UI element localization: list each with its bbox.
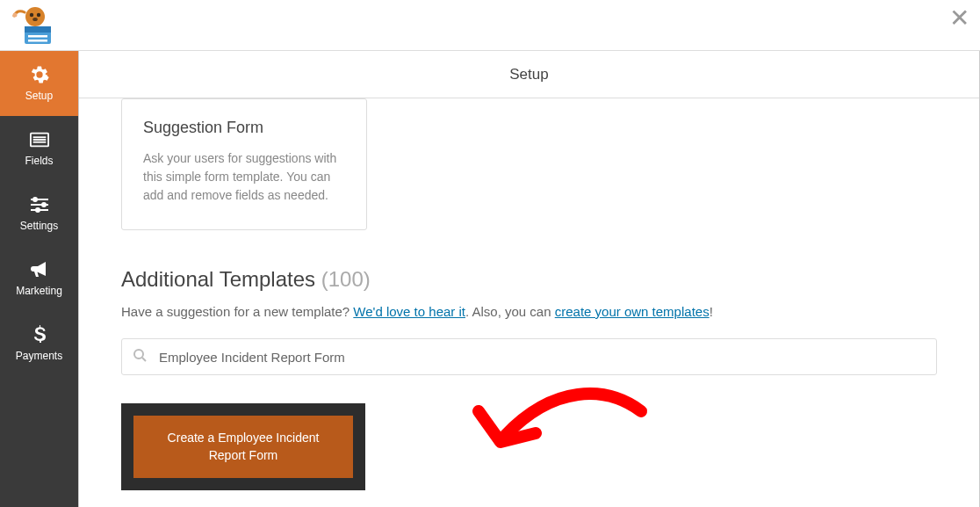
sidebar-item-label: Settings [20, 220, 58, 232]
svg-rect-8 [28, 40, 47, 42]
close-icon[interactable]: ✕ [949, 4, 969, 33]
template-card-title: Suggestion Form [143, 119, 345, 137]
search-input[interactable] [121, 338, 937, 375]
sliders-icon [30, 195, 49, 214]
page-title: Setup [509, 66, 548, 83]
svg-rect-6 [25, 26, 51, 33]
svg-point-17 [42, 203, 46, 206]
svg-point-4 [13, 12, 18, 17]
additional-templates-heading: Additional Templates (100) [121, 267, 937, 292]
template-card-suggestion-form[interactable]: Suggestion Form Ask your users for sugge… [121, 98, 367, 230]
svg-point-0 [25, 7, 45, 26]
template-count: (100) [321, 267, 371, 291]
fields-icon [30, 130, 49, 149]
sidebar-item-payments[interactable]: Payments [0, 311, 78, 376]
suggestion-text: Have a suggestion for a new template? We… [121, 304, 937, 319]
svg-rect-7 [28, 35, 47, 38]
svg-point-16 [33, 198, 37, 201]
create-template-button[interactable]: Create a Employee Incident Report Form [133, 416, 353, 478]
dollar-icon [30, 325, 49, 344]
svg-point-3 [32, 18, 38, 21]
sidebar-item-settings[interactable]: Settings [0, 181, 78, 246]
setup-panel: Suggestion Form Ask your users for sugge… [79, 98, 979, 507]
content-area: Setup Suggestion Form Ask your users for… [78, 51, 980, 507]
sidebar-item-marketing[interactable]: Marketing [0, 246, 78, 311]
svg-point-2 [37, 12, 40, 16]
sidebar: Setup Fields Settings Marketing Payments [0, 51, 78, 507]
sidebar-item-label: Fields [25, 155, 53, 167]
sidebar-item-label: Marketing [16, 285, 62, 297]
svg-point-1 [30, 12, 33, 16]
template-search [121, 338, 937, 375]
template-card-desc: Ask your users for suggestions with this… [143, 149, 345, 205]
sidebar-item-fields[interactable]: Fields [0, 116, 78, 181]
tab-header: Setup [79, 51, 979, 98]
template-result-tile: Create a Employee Incident Report Form [121, 403, 365, 490]
sidebar-item-setup[interactable]: Setup [0, 51, 78, 116]
top-bar: ✕ [0, 0, 980, 51]
sidebar-item-label: Payments [16, 350, 62, 362]
svg-point-18 [36, 208, 40, 212]
sidebar-item-label: Setup [25, 90, 53, 102]
gear-icon [30, 65, 49, 84]
feedback-link[interactable]: We'd love to hear it [353, 304, 465, 319]
wpforms-logo [11, 4, 60, 47]
bullhorn-icon [30, 260, 49, 279]
search-icon [133, 348, 147, 366]
svg-line-20 [142, 358, 146, 361]
create-own-link[interactable]: create your own templates [555, 304, 710, 319]
svg-point-19 [134, 350, 143, 359]
